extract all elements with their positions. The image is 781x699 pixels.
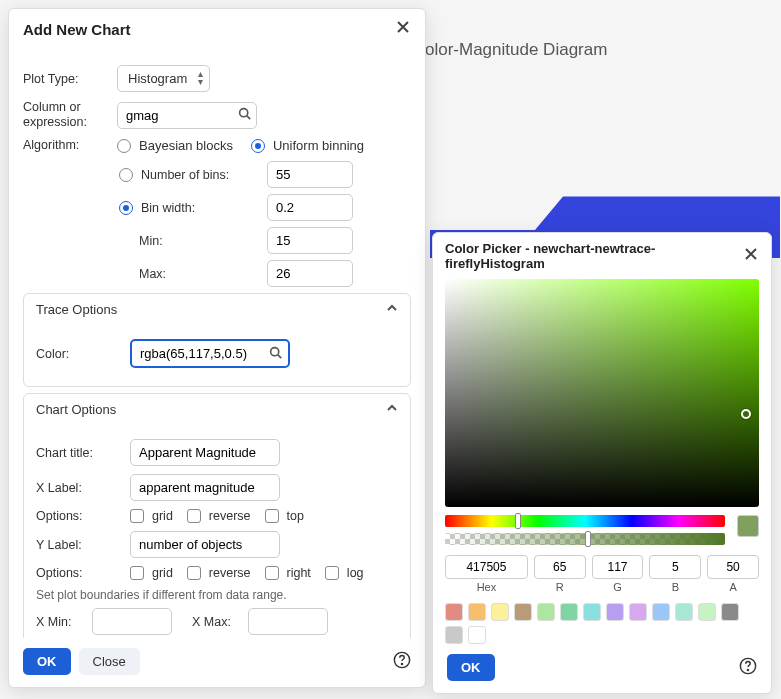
swatch[interactable] (514, 603, 532, 621)
swatch[interactable] (468, 603, 486, 621)
swatch[interactable] (491, 603, 509, 621)
numbins-input[interactable] (267, 161, 353, 188)
xmin-input[interactable] (92, 608, 172, 635)
y-right-checkbox[interactable]: right (265, 566, 311, 580)
help-icon[interactable] (739, 657, 757, 679)
y-label-input[interactable] (130, 531, 280, 558)
binwidth-input[interactable] (267, 194, 353, 221)
alpha-handle-icon[interactable] (585, 531, 591, 547)
xmax-input[interactable] (248, 608, 328, 635)
x-options-label: Options: (36, 509, 122, 523)
alpha-slider[interactable] (445, 533, 725, 545)
add-chart-dialog: Add New Chart Plot Type: Histogram ▴▾ Co… (8, 8, 426, 688)
min-input[interactable] (267, 227, 353, 254)
swatch[interactable] (583, 603, 601, 621)
saturation-value-area[interactable] (445, 279, 759, 507)
svg-point-5 (747, 669, 748, 670)
x-label-input[interactable] (130, 474, 280, 501)
chart-options-header[interactable]: Chart Options (24, 394, 410, 425)
swatch[interactable] (675, 603, 693, 621)
binwidth-radio[interactable]: Bin width: (119, 201, 259, 215)
trace-color-input[interactable] (130, 339, 290, 368)
y-label-label: Y Label: (36, 538, 122, 552)
trace-color-label: Color: (36, 347, 122, 361)
search-icon[interactable] (269, 346, 282, 362)
picker-ok-button[interactable]: OK (447, 654, 495, 681)
background-chart-title: olor-Magnitude Diagram (425, 40, 607, 60)
color-picker-title: Color Picker - newchart-newtrace-firefly… (445, 241, 743, 271)
search-icon[interactable] (238, 107, 251, 123)
chevron-up-icon (386, 302, 398, 317)
svg-point-1 (271, 348, 279, 356)
b-input[interactable] (649, 555, 701, 579)
column-input[interactable] (117, 102, 257, 129)
r-input[interactable] (534, 555, 586, 579)
y-grid-checkbox[interactable]: grid (130, 566, 173, 580)
y-options-label: Options: (36, 566, 122, 580)
swatch[interactable] (629, 603, 647, 621)
xmin-label: X Min: (36, 615, 86, 629)
chevron-up-icon (386, 402, 398, 417)
svg-point-0 (240, 108, 248, 116)
swatch[interactable] (721, 603, 739, 621)
swatch[interactable] (445, 603, 463, 621)
g-label: G (592, 581, 644, 593)
swatch[interactable] (468, 626, 486, 644)
chart-options-panel: Chart Options Chart title: X Label: Opti… (23, 393, 411, 638)
x-reverse-checkbox[interactable]: reverse (187, 509, 251, 523)
hue-slider[interactable] (445, 515, 725, 527)
x-top-checkbox[interactable]: top (265, 509, 304, 523)
x-grid-checkbox[interactable]: grid (130, 509, 173, 523)
swatch[interactable] (606, 603, 624, 621)
a-input[interactable] (707, 555, 759, 579)
current-color-swatch (737, 515, 759, 537)
algo-bayesian-radio[interactable]: Bayesian blocks (117, 138, 233, 153)
hex-input[interactable] (445, 555, 528, 579)
bounds-hint: Set plot boundaries if different from da… (36, 588, 398, 602)
swatch[interactable] (537, 603, 555, 621)
max-label: Max: (119, 267, 259, 281)
y-reverse-checkbox[interactable]: reverse (187, 566, 251, 580)
sv-handle-icon[interactable] (741, 409, 751, 419)
ok-button[interactable]: OK (23, 648, 71, 675)
help-icon[interactable] (393, 651, 411, 673)
close-button[interactable]: Close (79, 648, 140, 675)
trace-options-header[interactable]: Trace Options (24, 294, 410, 325)
min-label: Min: (119, 234, 259, 248)
chart-title-input[interactable] (130, 439, 280, 466)
close-icon[interactable] (743, 246, 759, 266)
algo-uniform-radio[interactable]: Uniform binning (251, 138, 364, 153)
plot-type-select[interactable]: Histogram ▴▾ (117, 65, 210, 92)
r-label: R (534, 581, 586, 593)
xmax-label: X Max: (192, 615, 242, 629)
max-input[interactable] (267, 260, 353, 287)
column-label: Column or expression: (23, 100, 109, 130)
y-log-checkbox[interactable]: log (325, 566, 364, 580)
updown-icon: ▴▾ (198, 70, 203, 86)
dialog-title: Add New Chart (23, 21, 131, 38)
trace-options-panel: Trace Options Color: (23, 293, 411, 387)
b-label: B (649, 581, 701, 593)
g-input[interactable] (592, 555, 644, 579)
algorithm-label: Algorithm: (23, 138, 109, 152)
plot-type-value: Histogram (128, 71, 187, 86)
swatch[interactable] (445, 626, 463, 644)
hex-label: Hex (445, 581, 528, 593)
swatch[interactable] (698, 603, 716, 621)
plot-type-label: Plot Type: (23, 72, 109, 86)
svg-point-3 (401, 663, 402, 664)
numbins-radio[interactable]: Number of bins: (119, 168, 259, 182)
hue-handle-icon[interactable] (515, 513, 521, 529)
color-picker-dialog: Color Picker - newchart-newtrace-firefly… (432, 232, 772, 694)
swatch[interactable] (652, 603, 670, 621)
preset-swatches (445, 603, 759, 644)
close-icon[interactable] (395, 19, 411, 39)
swatch[interactable] (560, 603, 578, 621)
a-label: A (707, 581, 759, 593)
x-label-label: X Label: (36, 481, 122, 495)
chart-title-label: Chart title: (36, 446, 122, 460)
